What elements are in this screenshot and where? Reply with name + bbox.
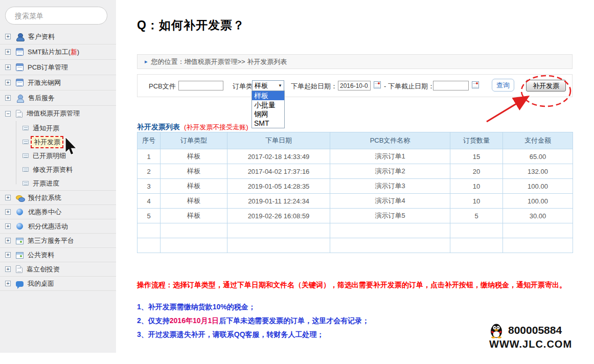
submenu-item-issued-details[interactable]: 已开票明细 [0, 149, 116, 163]
coins-icon [16, 194, 24, 202]
expand-plus-icon[interactable] [5, 95, 11, 101]
sidebar-item-label: 优惠券中心 [28, 208, 61, 217]
calendar-icon[interactable] [374, 81, 381, 88]
cell-order-date: 2019-02-26 16:08:59 [227, 209, 330, 223]
expand-plus-icon[interactable] [5, 34, 11, 39]
expand-plus-icon[interactable] [5, 281, 11, 286]
breadcrumb: ▸ 您的位置：增值税票开票管理>> 补开发票列表 [137, 54, 573, 69]
sidebar-item-vat-invoice-mgmt[interactable]: 增值税票开票管理 [0, 106, 116, 121]
submenu-item-modify-invoice-info[interactable]: 修改开票资料 [0, 163, 116, 176]
calendar-icon[interactable] [472, 81, 479, 88]
document-icon [16, 265, 22, 273]
table-row-empty [138, 223, 573, 238]
note-3: 3、开过发票遗失补开，请联系QQ客服，转财务人工处理； [137, 330, 324, 339]
cell-quantity: 20 [450, 164, 503, 179]
sidebar-item-label: 售后服务 [28, 94, 55, 103]
dropdown-option[interactable]: 钢网 [252, 109, 284, 119]
end-date-label: - 下单截止日期： [384, 82, 435, 91]
column-header: 支付金额 [503, 132, 573, 149]
page-title: Q：如何补开发票？ [137, 17, 245, 33]
list-section-title: 补开发票列表 (补开发票不接受走账) [137, 123, 248, 132]
column-header: 订单类型 [161, 132, 227, 149]
start-date-input[interactable] [338, 81, 371, 90]
list-leaf-icon [22, 153, 29, 158]
column-header: 下单日期 [227, 132, 330, 149]
expand-plus-icon[interactable] [5, 223, 11, 229]
sidebar-item-coupon-center[interactable]: 优惠券中心 [0, 205, 116, 219]
breadcrumb-arrow-icon: ▸ [145, 58, 148, 65]
sidebar-item-points-promo[interactable]: 积分优惠活动 [0, 219, 116, 234]
list-title-text: 补开发票列表 [137, 123, 180, 131]
submenu-item-reissue-invoice[interactable]: 补开发票 [0, 135, 116, 149]
sidebar-item-label: 公共资料 [28, 251, 54, 260]
submenu-item-label-highlighted[interactable]: 补开发票 [31, 136, 63, 148]
sidebar-item-customer-info[interactable]: 客户资料 [0, 29, 116, 44]
cell-index: 5 [138, 209, 161, 223]
cell-file-name: 演示订单3 [330, 179, 450, 194]
column-header: PCB文件名称 [330, 132, 450, 149]
expand-plus-icon[interactable] [5, 64, 11, 70]
sidebar-item-my-desktop[interactable]: 我的桌面 [0, 277, 116, 291]
cell-order-type: 样板 [161, 164, 227, 179]
cell-amount: 30.00 [503, 209, 573, 223]
sidebar-item-label: 我的桌面 [28, 279, 54, 288]
sidebar-item-label: 积分优惠活动 [28, 222, 68, 231]
expand-plus-icon[interactable] [5, 49, 11, 55]
sidebar-item-after-sales[interactable]: 售后服务 [0, 90, 116, 106]
cell-file-name: 演示订单1 [330, 149, 450, 164]
list-leaf-icon [22, 140, 29, 144]
cell-quantity: 15 [450, 149, 503, 164]
collapse-minus-icon[interactable] [5, 111, 11, 117]
window-icon [16, 252, 24, 259]
dropdown-option[interactable]: 小批量 [252, 100, 284, 109]
expand-plus-icon[interactable] [5, 266, 11, 272]
menu-search-box[interactable] [5, 7, 107, 25]
cell-order-type: 样板 [161, 194, 227, 209]
sidebar-item-label: 第三方服务平台 [28, 236, 74, 245]
reissue-invoice-button[interactable]: 补开发票 [526, 80, 566, 92]
expand-plus-icon[interactable] [5, 195, 11, 200]
app-window-icon [16, 48, 24, 56]
sidebar-item-smt[interactable]: SMT贴片加工(新) [0, 44, 116, 60]
end-date-input[interactable] [433, 81, 469, 90]
table-row-empty [138, 238, 573, 253]
cell-file-name: 演示订单2 [330, 164, 450, 179]
cell-file-name: 演示订单4 [330, 194, 450, 209]
new-badge: 新 [71, 48, 77, 56]
cell-quantity: 10 [450, 179, 503, 194]
sidebar-item-jlc-investment[interactable]: 嘉立创投资 [0, 262, 116, 277]
sidebar-item-label: 预付款系统 [28, 193, 61, 202]
list-leaf-icon [22, 126, 29, 130]
sidebar-item-public-info[interactable]: 公共资料 [0, 248, 116, 262]
submenu-item-notify-invoice[interactable]: 通知开票 [0, 121, 116, 135]
submenu-item-invoice-progress[interactable]: 开票进度 [0, 176, 116, 190]
person-icon [16, 94, 24, 102]
order-type-dropdown-list: 样板 小批量 钢网 SMT [252, 90, 285, 128]
query-button[interactable]: 查询 [492, 79, 514, 92]
cell-quantity: 5 [450, 209, 503, 223]
dropdown-option[interactable]: SMT [252, 119, 284, 128]
cell-order-type: 样板 [161, 149, 227, 164]
expand-plus-icon[interactable] [5, 238, 11, 243]
cell-index: 1 [138, 149, 161, 164]
order-type-select[interactable]: 样板 ▼ [252, 80, 284, 91]
cell-index: 4 [138, 194, 161, 209]
expand-plus-icon[interactable] [5, 252, 11, 258]
list-leaf-icon [22, 167, 29, 172]
cell-order-type: 样板 [161, 209, 227, 223]
list-leaf-icon [22, 181, 29, 186]
order-type-selected-value: 样板 [255, 81, 268, 90]
cell-order-date: 2017-02-18 14:33:49 [227, 149, 330, 164]
sidebar-item-pcb-orders[interactable]: PCB订单管理 [0, 60, 116, 75]
sidebar-item-laser-stencil[interactable]: 开激光钢网 [0, 75, 116, 90]
sidebar-item-third-party-platform[interactable]: 第三方服务平台 [0, 234, 116, 248]
table-row: 4 样板 2019-01-11 12:24:34 演示订单4 10 100.00 [138, 194, 573, 209]
search-input[interactable] [6, 12, 110, 20]
pcb-file-input[interactable] [178, 81, 223, 90]
sidebar-item-prepayment[interactable]: 预付款系统 [0, 191, 116, 205]
mouse-cursor-icon [64, 137, 80, 157]
expand-plus-icon[interactable] [5, 209, 11, 215]
table-row: 2 样板 2017-04-02 17:37:16 演示订单2 20 132.00 [138, 164, 573, 179]
expand-plus-icon[interactable] [5, 80, 11, 85]
dropdown-option-selected[interactable]: 样板 [252, 91, 284, 100]
